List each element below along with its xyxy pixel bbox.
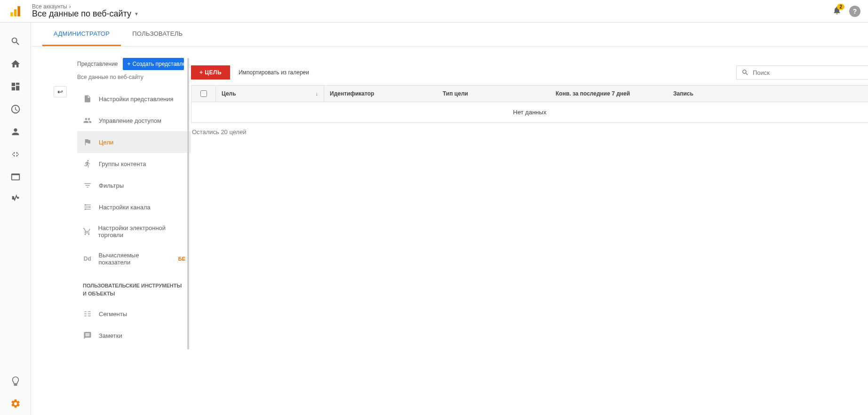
svg-point-5 — [85, 208, 86, 210]
create-view-label: Создать представление — [133, 61, 184, 67]
select-all-checkbox[interactable] — [200, 90, 207, 97]
nav-label: Фильтры — [99, 182, 124, 189]
channel-icon — [83, 203, 92, 211]
nav-label: Заметки — [99, 332, 122, 339]
svg-point-4 — [89, 207, 90, 208]
beta-badge: БЕ — [178, 256, 185, 262]
header-actions: 2 ? — [832, 6, 860, 17]
left-icon-rail — [0, 23, 31, 415]
nav-channel-settings[interactable]: Настройки канала — [77, 196, 191, 218]
rail-discover[interactable] — [0, 370, 31, 392]
rail-acquisition[interactable] — [0, 143, 31, 166]
nav-label: Управление доступом — [99, 117, 161, 124]
cart-icon — [83, 227, 91, 236]
nav-label: Настройки канала — [99, 204, 151, 211]
sort-down-icon: ↓ — [316, 91, 319, 96]
admin-sidebar: ↩ Представление + Создать представление … — [31, 47, 191, 415]
rail-audience[interactable] — [0, 120, 31, 143]
tab-admin[interactable]: АДМИНИСТРАТОР — [42, 23, 121, 46]
nav-goals[interactable]: Цели — [77, 131, 191, 153]
view-title-text: Все данные по веб-сайту — [32, 9, 131, 19]
tab-user[interactable]: ПОЛЬЗОВАТЕЛЬ — [121, 23, 194, 46]
rail-home[interactable] — [0, 53, 31, 75]
th-checkbox — [191, 86, 216, 102]
nav-user-management[interactable]: Управление доступом — [77, 110, 191, 131]
admin-tabs: АДМИНИСТРАТОР ПОЛЬЗОВАТЕЛЬ — [31, 23, 868, 47]
create-view-button[interactable]: + Создать представление — [123, 58, 184, 70]
nav-annotations[interactable]: Заметки — [77, 325, 191, 346]
person-run-icon — [83, 160, 92, 168]
rail-realtime[interactable] — [0, 98, 31, 120]
nav-label: Вычисляемые показатели — [99, 252, 171, 266]
goals-remaining: Остались 20 целей — [191, 123, 868, 136]
nav-label: Цели — [99, 139, 113, 146]
nav-view-settings[interactable]: Настройки представления — [77, 88, 191, 110]
nav-filters[interactable]: Фильтры — [77, 175, 191, 196]
nav-label: Сегменты — [99, 311, 127, 318]
section-heading-personal: ПОЛЬЗОВАТЕЛЬСКИЕ ИНСТРУМЕНТЫ И ОБЪЕКТЫ — [77, 272, 191, 303]
goals-table: Цель ↓ Идентификатор Тип цели Конв. за п… — [191, 85, 868, 123]
dd-icon: Dd — [83, 255, 92, 262]
flag-icon — [83, 138, 92, 146]
caret-down-icon: ▼ — [134, 11, 139, 16]
rail-admin[interactable] — [0, 392, 31, 415]
nav-label: Настройки электронной торговли — [98, 224, 185, 239]
nav-label: Группы контента — [99, 160, 146, 168]
top-header: Все аккаунты › Все данные по веб-сайту ▼… — [0, 0, 868, 23]
table-empty-row: Нет данных — [191, 102, 868, 122]
table-header: Цель ↓ Идентификатор Тип цели Конв. за п… — [191, 86, 868, 102]
current-view-name[interactable]: Все данные по веб-сайту — [77, 74, 191, 80]
th-recording[interactable]: Запись — [668, 86, 868, 102]
nav-content-grouping[interactable]: Группы контента — [77, 153, 191, 175]
nav-segments[interactable]: Сегменты — [77, 303, 191, 325]
comment-icon — [83, 331, 92, 340]
rail-search[interactable] — [0, 30, 31, 53]
view-title-selector[interactable]: Все данные по веб-сайту ▼ — [32, 9, 139, 19]
svg-point-3 — [85, 204, 86, 206]
th-goal[interactable]: Цель ↓ — [216, 86, 324, 102]
analytics-logo[interactable] — [8, 4, 23, 19]
th-type[interactable]: Тип цели — [437, 86, 550, 102]
column-label: Представление — [77, 61, 118, 67]
rail-behavior[interactable] — [0, 166, 31, 188]
filter-icon — [83, 181, 92, 190]
svg-rect-1 — [14, 9, 16, 16]
goals-toolbar: + ЦЕЛЬ Импортировать из галереи — [191, 65, 868, 85]
help-button[interactable]: ? — [849, 6, 860, 17]
segments-icon — [83, 310, 92, 318]
goals-panel: + ЦЕЛЬ Импортировать из галереи Цель ↓ — [191, 47, 868, 415]
people-icon — [83, 116, 92, 125]
th-id[interactable]: Идентификатор — [324, 86, 437, 102]
svg-rect-2 — [17, 6, 20, 16]
th-conversions[interactable]: Конв. за последние 7 дней — [550, 86, 668, 102]
nav-calculated-metrics[interactable]: Dd Вычисляемые показатели БЕ — [77, 245, 191, 272]
nav-label: Настройки представления — [99, 96, 174, 103]
nav-ecommerce-settings[interactable]: Настройки электронной торговли — [77, 218, 191, 245]
svg-rect-0 — [10, 12, 13, 16]
search-input[interactable] — [753, 69, 863, 76]
search-box[interactable] — [736, 65, 868, 80]
rail-dashboards[interactable] — [0, 75, 31, 98]
notifications-button[interactable]: 2 — [832, 6, 842, 16]
add-goal-button[interactable]: + ЦЕЛЬ — [191, 65, 230, 80]
search-icon — [741, 69, 749, 76]
import-gallery-button[interactable]: Импортировать из галереи — [237, 65, 311, 80]
rail-conversions[interactable] — [0, 188, 31, 211]
plus-icon: + — [127, 61, 131, 67]
notification-badge: 2 — [837, 4, 844, 10]
document-icon — [83, 95, 92, 103]
breadcrumb-area: Все аккаунты › Все данные по веб-сайту ▼ — [32, 3, 139, 19]
back-button[interactable]: ↩ — [54, 86, 67, 97]
